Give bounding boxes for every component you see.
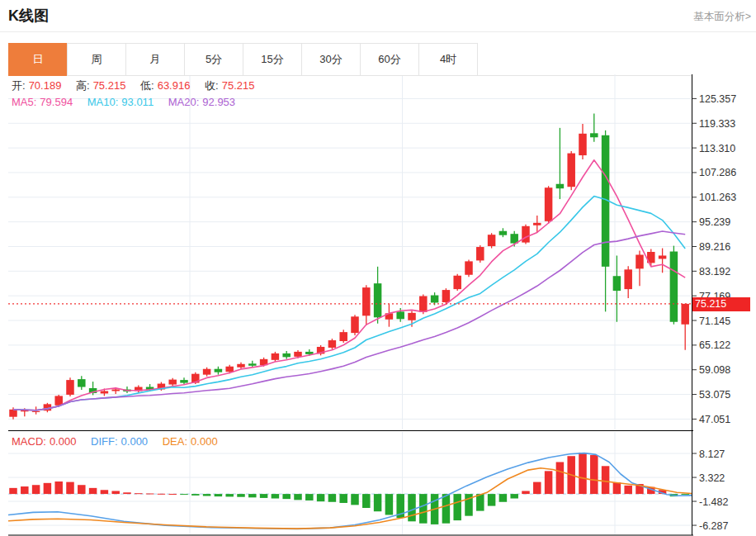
svg-text:83.192: 83.192	[699, 266, 730, 277]
grid-layer	[8, 74, 692, 534]
high-value: 75.215	[93, 79, 126, 92]
current-price-tag: 75.215	[692, 297, 750, 311]
svg-text:53.075: 53.075	[699, 389, 730, 401]
svg-text:-6.287: -6.287	[699, 520, 728, 532]
svg-text:89.216: 89.216	[699, 241, 730, 253]
macd-value: 0.000	[50, 435, 77, 448]
diff-label: DIFF:	[91, 435, 118, 448]
tab-30分[interactable]: 30分	[301, 43, 361, 76]
tab-日[interactable]: 日	[8, 43, 68, 76]
ohlc-info-row: 开:70.189 高:75.215 低:63.916 收:75.215	[12, 78, 258, 93]
kline-page: K线图 基本面分析> 日周月5分15分30分60分4时 125.357119.3…	[0, 0, 756, 536]
svg-text:107.286: 107.286	[699, 167, 736, 178]
close-label: 收:	[205, 79, 219, 92]
ma5-label: MA5:	[12, 96, 36, 108]
diff-line	[8, 453, 692, 529]
tab-15分[interactable]: 15分	[243, 43, 302, 76]
svg-text:65.122: 65.122	[699, 339, 730, 351]
ma10-value: 93.011	[121, 96, 154, 108]
svg-text:47.051: 47.051	[699, 414, 730, 425]
candles-layer	[9, 114, 689, 420]
tab-5分[interactable]: 5分	[184, 43, 243, 76]
dea-value: 0.000	[191, 435, 218, 448]
ma20-value: 92.953	[202, 96, 235, 108]
low-label: 低:	[140, 79, 154, 92]
ma-info-row: MA5:79.594 MA10:93.011 MA20:92.953	[12, 96, 239, 108]
tab-4时[interactable]: 4时	[418, 43, 478, 76]
open-label: 开:	[12, 79, 26, 92]
high-label: 高:	[76, 79, 90, 92]
open-value: 70.189	[29, 79, 62, 92]
svg-text:59.098: 59.098	[699, 364, 730, 376]
close-value: 75.215	[222, 79, 255, 92]
tab-60分[interactable]: 60分	[360, 43, 419, 76]
svg-text:113.310: 113.310	[699, 143, 735, 154]
svg-text:3.322: 3.322	[699, 472, 725, 484]
ma10-label: MA10:	[87, 96, 119, 108]
period-tab-bar: 日周月5分15分30分60分4时	[8, 43, 478, 76]
svg-text:101.263: 101.263	[699, 192, 736, 203]
ma5-value: 79.594	[40, 96, 73, 108]
dea-label: DEA:	[163, 435, 187, 448]
ma20-label: MA20:	[168, 96, 200, 108]
svg-text:125.357: 125.357	[699, 93, 736, 105]
tab-月[interactable]: 月	[125, 43, 185, 76]
ma10-line	[13, 197, 685, 410]
svg-text:119.333: 119.333	[699, 118, 735, 130]
svg-text:-1.482: -1.482	[699, 496, 728, 508]
svg-text:71.145: 71.145	[699, 315, 730, 327]
svg-text:8.127: 8.127	[699, 448, 725, 460]
tab-周[interactable]: 周	[67, 43, 126, 76]
low-value: 63.916	[158, 79, 191, 92]
page-title: K线图	[8, 6, 49, 26]
svg-text:95.239: 95.239	[699, 216, 730, 228]
fundamental-analysis-link[interactable]: 基本面分析>	[693, 10, 751, 24]
macd-info-row: MACD:0.000 DIFF:0.000 DEA:0.000	[12, 435, 221, 448]
macd-label: MACD:	[12, 435, 46, 448]
header: K线图 基本面分析>	[0, 0, 756, 32]
axis-labels: 125.357119.333113.310107.286101.26395.23…	[692, 93, 737, 532]
macd-histogram	[9, 453, 689, 524]
diff-value: 0.000	[121, 435, 149, 448]
